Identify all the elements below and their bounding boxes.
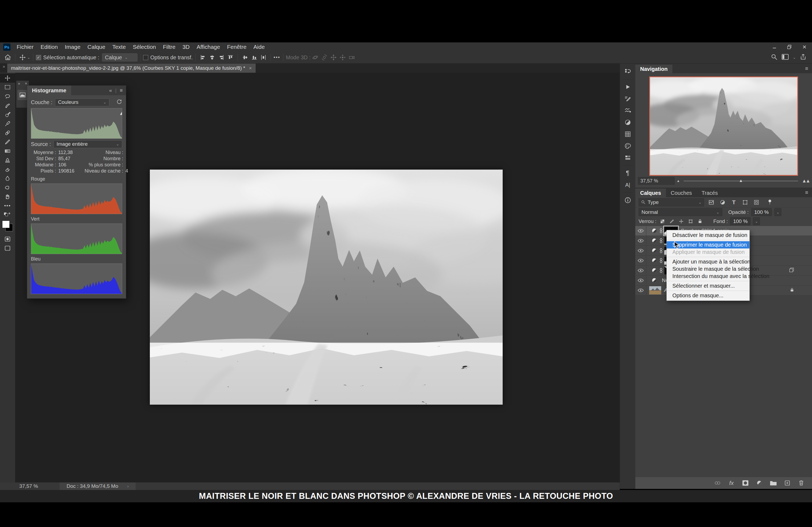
collapse-panel-icon[interactable]: « xyxy=(109,88,112,93)
auto-select-checkbox[interactable]: ✓ xyxy=(36,55,41,60)
tab-traces[interactable]: Tracés xyxy=(697,189,723,197)
filter-type-layers-icon[interactable]: T xyxy=(730,199,738,206)
opacity-value[interactable]: 100 % xyxy=(751,208,772,216)
align-left-icon[interactable] xyxy=(199,53,207,62)
status-zoom-field[interactable]: 37,57 % xyxy=(19,483,60,489)
paragraph-panel-icon[interactable]: ¶ xyxy=(620,167,636,179)
sponge-tool[interactable] xyxy=(0,183,15,192)
visibility-eye-icon[interactable] xyxy=(635,266,646,275)
swap-colors-icon[interactable] xyxy=(3,212,12,218)
menu-affichage[interactable]: Affichage xyxy=(193,42,223,51)
screen-mode-icon[interactable] xyxy=(0,244,15,253)
eyedropper-tool[interactable] xyxy=(0,119,15,128)
curves-adjustment-icon[interactable] xyxy=(651,267,657,274)
background-layer-thumbnail[interactable] xyxy=(649,286,661,295)
layers-menu-icon[interactable]: ≡ xyxy=(805,190,812,197)
foreground-color-swatch[interactable] xyxy=(2,221,10,228)
fill-chevron[interactable]: ⌄ xyxy=(753,217,760,225)
lasso-tool[interactable] xyxy=(0,92,15,101)
curves-adjustment-icon[interactable] xyxy=(651,247,657,254)
menu-texte[interactable]: Texte xyxy=(109,42,129,51)
fill-value[interactable]: 100 % xyxy=(730,217,751,225)
more-tools-icon[interactable]: ••• xyxy=(0,201,15,210)
zoom-out-icon[interactable]: ▲ xyxy=(677,179,680,183)
menu-item-ajouter-masque-selection[interactable]: Ajouter un masque à la sélection xyxy=(667,258,750,266)
document-size-info[interactable]: Doc : 34,9 Mo/74,5 Mo › xyxy=(60,482,135,490)
layer-style-fx-icon[interactable]: fx xyxy=(728,479,735,487)
menu-item-intersection-masque-selection[interactable]: Intersection du masque avec la sélection xyxy=(667,273,750,280)
lock-position-icon[interactable] xyxy=(678,218,685,225)
character-panel-icon[interactable]: A| xyxy=(620,179,636,191)
curves-adjustment-icon[interactable] xyxy=(651,228,657,234)
brush-settings-panel-icon[interactable] xyxy=(620,93,636,105)
filter-smart-objects-icon[interactable] xyxy=(752,199,760,206)
new-group-icon[interactable] xyxy=(770,479,777,487)
channel-dropdown[interactable]: Couleurs⌄ xyxy=(55,99,109,106)
visibility-eye-icon[interactable] xyxy=(635,275,646,285)
zoom-slider-handle[interactable]: ▲ xyxy=(739,178,743,183)
tab-couches[interactable]: Couches xyxy=(666,189,697,197)
tool-presets-panel-icon[interactable] xyxy=(620,105,636,117)
delete-layer-icon[interactable] xyxy=(798,479,805,487)
filter-adjustment-layers-icon[interactable] xyxy=(719,199,727,206)
new-layer-icon[interactable] xyxy=(784,479,791,487)
dock-close-icon[interactable]: × xyxy=(25,81,27,86)
align-center-h-icon[interactable] xyxy=(207,53,217,62)
panel-menu-icon[interactable]: ≡ xyxy=(120,88,123,93)
marquee-tool[interactable] xyxy=(0,82,15,92)
healing-brush-tool[interactable] xyxy=(0,128,15,137)
dock-expand-icon[interactable]: » xyxy=(18,81,20,86)
eraser-tool[interactable] xyxy=(0,165,15,174)
quick-selection-tool[interactable] xyxy=(0,110,15,119)
more-options-icon[interactable]: ••• xyxy=(274,55,280,60)
lock-transparency-icon[interactable] xyxy=(659,218,666,225)
tab-close-icon[interactable]: × xyxy=(249,65,252,71)
menu-selection[interactable]: Sélection xyxy=(129,42,159,51)
align-middle-v-icon[interactable] xyxy=(241,53,250,62)
align-bottom-icon[interactable] xyxy=(250,53,259,62)
blur-tool[interactable] xyxy=(0,174,15,183)
filter-shape-layers-icon[interactable] xyxy=(741,199,749,206)
blend-mode-dropdown[interactable]: Normal⌄ xyxy=(639,208,722,216)
workspace-layout-icon[interactable] xyxy=(781,54,789,62)
refresh-icon[interactable] xyxy=(116,99,122,106)
mask-link-icon[interactable] xyxy=(660,238,663,244)
histogram-panel-icon[interactable] xyxy=(17,90,28,100)
histogram-tab[interactable]: Histogramme xyxy=(27,86,71,95)
color-panel-icon[interactable] xyxy=(620,140,636,152)
visibility-eye-icon[interactable] xyxy=(635,236,646,245)
zoom-in-icon[interactable]: ▲▲ xyxy=(802,178,809,184)
menu-item-selectionner-et-masquer[interactable]: Sélectionner et masquer... xyxy=(667,282,750,289)
visibility-eye-icon[interactable] xyxy=(635,286,646,295)
menu-aide[interactable]: Aide xyxy=(250,42,268,51)
visibility-eye-icon[interactable] xyxy=(635,246,646,255)
lock-artboard-icon[interactable] xyxy=(687,218,694,225)
visibility-eye-icon[interactable] xyxy=(635,226,646,236)
tab-navigation[interactable]: Navigation xyxy=(635,65,672,73)
minimize-button[interactable] xyxy=(767,42,782,51)
new-adjustment-layer-icon[interactable] xyxy=(756,479,763,487)
filter-toggle-icon[interactable] xyxy=(766,199,774,206)
navigator-zoom-slider[interactable]: ▲ xyxy=(684,181,798,181)
quick-mask-icon[interactable] xyxy=(0,235,15,244)
swatches-panel-icon[interactable] xyxy=(620,128,636,140)
navigator-zoom-field[interactable]: 37,57 % xyxy=(638,177,675,185)
styles-panel-icon[interactable] xyxy=(620,152,636,164)
tab-calques[interactable]: Calques xyxy=(635,189,666,197)
tab-overflow-icon[interactable]: » xyxy=(0,64,7,69)
mask-link-icon[interactable] xyxy=(660,258,663,264)
color-swatches[interactable] xyxy=(2,221,13,231)
adjustments-panel-icon[interactable] xyxy=(620,117,636,128)
menu-item-desactiver-masque[interactable]: Désactiver le masque de fusion xyxy=(667,231,750,239)
menu-image[interactable]: Image xyxy=(61,42,84,51)
black-white-adjustment-icon[interactable] xyxy=(651,277,657,284)
hand-tool[interactable] xyxy=(0,192,15,201)
lock-pixels-icon[interactable] xyxy=(668,218,675,225)
tool-preset-chevron[interactable]: ⌄ xyxy=(27,55,30,60)
home-icon[interactable] xyxy=(3,53,12,62)
clone-stamp-tool[interactable] xyxy=(0,156,15,165)
close-button[interactable] xyxy=(797,42,812,51)
menu-item-soustraire-masque-selection[interactable]: Soustraire le masque de la sélection xyxy=(667,266,750,273)
menu-calque[interactable]: Calque xyxy=(84,42,109,51)
menu-fichier[interactable]: Fichier xyxy=(13,42,37,51)
